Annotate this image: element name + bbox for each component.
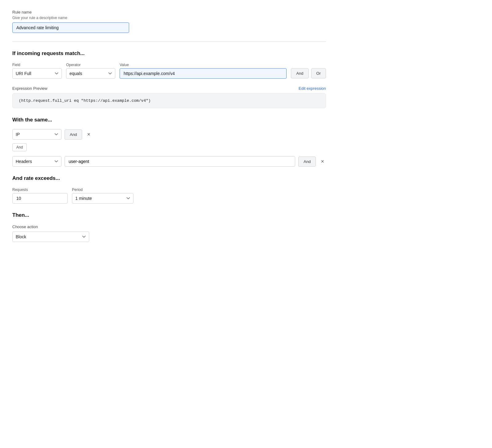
and-connector-container: And [12, 142, 326, 154]
expression-code: (http.request.full_uri eq "https://api.e… [19, 98, 151, 103]
with-same-value-input-2[interactable] [65, 156, 295, 167]
action-dropdown[interactable]: Block Challenge JS Challenge Managed Cha… [12, 232, 89, 242]
and-connector: And [12, 143, 27, 151]
with-same-field-1-dropdown[interactable]: IP Headers Cookie Query String URI User … [12, 129, 62, 140]
and-or-buttons: And Or [291, 68, 326, 79]
value-col: Value [120, 63, 287, 79]
requests-label: Requests [12, 188, 68, 192]
rate-exceeds-section: And rate exceeds... Requests Period 10 s… [12, 175, 326, 204]
rate-exceeds-title: And rate exceeds... [12, 175, 326, 181]
with-same-title: With the same... [12, 117, 326, 123]
period-label: Period [72, 188, 133, 192]
with-same-row-1: IP Headers Cookie Query String URI User … [12, 129, 326, 140]
period-col: Period 10 seconds 1 minute 2 minutes 5 m… [72, 188, 133, 204]
incoming-requests-title: If incoming requests match... [12, 50, 326, 57]
or-button[interactable]: Or [311, 68, 326, 78]
rule-name-section: Rule name Give your rule a descriptive n… [12, 10, 326, 33]
choose-action-container: Block Challenge JS Challenge Managed Cha… [12, 232, 326, 242]
incoming-requests-section: If incoming requests match... Field URI … [12, 50, 326, 108]
then-title: Then... [12, 212, 326, 218]
filter-row: Field URI Full URI IP Source Address Cou… [12, 63, 326, 79]
field-col-label: Field [12, 63, 62, 67]
requests-input[interactable] [12, 193, 68, 204]
field-dropdown[interactable]: URI Full URI IP Source Address Country U… [12, 68, 62, 79]
section-divider [12, 42, 326, 42]
rule-name-sublabel: Give your rule a descriptive name [12, 16, 326, 20]
value-col-label: Value [120, 63, 287, 67]
rule-name-input[interactable] [12, 22, 129, 33]
expression-preview-label: Expression Preview [12, 86, 47, 91]
rule-name-label: Rule name [12, 10, 326, 14]
with-same-and-button-2[interactable]: And [298, 157, 316, 167]
choose-action-label: Choose action [12, 224, 326, 229]
operator-col-label: Operator [66, 63, 115, 67]
expression-header: Expression Preview Edit expression [12, 86, 326, 91]
with-same-and-button-1[interactable]: And [65, 129, 82, 140]
operator-col: Operator equals contains starts with end… [66, 63, 115, 79]
period-dropdown[interactable]: 10 seconds 1 minute 2 minutes 5 minutes … [72, 193, 133, 204]
then-section: Then... Choose action Block Challenge JS… [12, 212, 326, 242]
field-col: Field URI Full URI IP Source Address Cou… [12, 63, 62, 79]
with-same-close-button-2[interactable]: × [319, 158, 326, 165]
edit-expression-link[interactable]: Edit expression [299, 86, 326, 91]
with-same-section: With the same... IP Headers Cookie Query… [12, 117, 326, 167]
rate-fields-row: Requests Period 10 seconds 1 minute 2 mi… [12, 188, 326, 204]
requests-col: Requests [12, 188, 68, 204]
with-same-row-2: IP Headers Cookie Query String URI User … [12, 156, 326, 167]
value-input[interactable] [120, 68, 287, 79]
with-same-field-2-dropdown[interactable]: IP Headers Cookie Query String URI User … [12, 156, 62, 167]
and-button[interactable]: And [291, 68, 308, 78]
expression-box: (http.request.full_uri eq "https://api.e… [12, 93, 326, 108]
with-same-close-button-1[interactable]: × [85, 131, 92, 138]
operator-dropdown[interactable]: equals contains starts with ends with ma… [66, 68, 115, 79]
